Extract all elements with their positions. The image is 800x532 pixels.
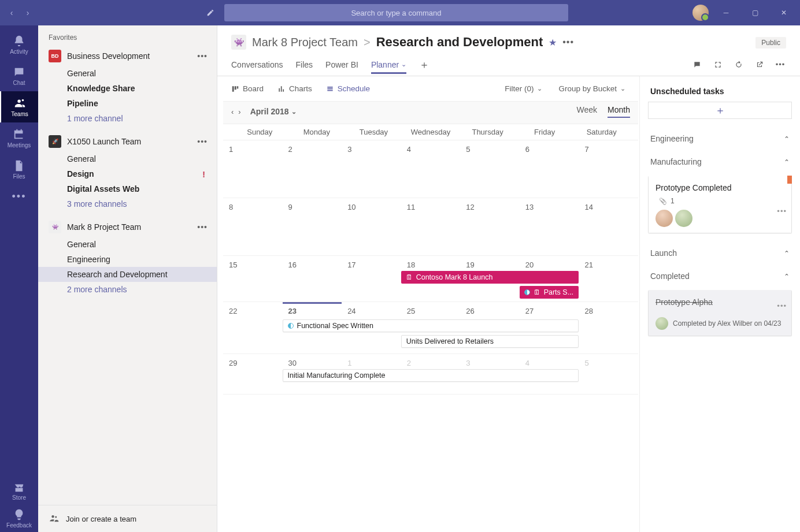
- add-tab-button[interactable]: ＋: [419, 58, 429, 72]
- rail-chat[interactable]: Chat: [0, 60, 38, 91]
- team-row[interactable]: BD Business Development •••: [38, 46, 217, 66]
- event-contoso-launch[interactable]: 🗓 Contoso Mark 8 Launch: [401, 271, 579, 284]
- team-row[interactable]: 👾 Mark 8 Project Team •••: [38, 217, 217, 237]
- groupby-dropdown[interactable]: Group by Bucket⌄: [558, 84, 625, 93]
- breadcrumb-team[interactable]: Mark 8 Project Team: [252, 36, 358, 49]
- day-cell[interactable]: 6: [520, 140, 579, 198]
- add-task-button[interactable]: ＋: [648, 102, 792, 119]
- day-cell[interactable]: 5: [460, 140, 520, 198]
- view-charts[interactable]: Charts: [277, 84, 312, 93]
- forward-button[interactable]: ›: [21, 6, 35, 20]
- rail-activity[interactable]: Activity: [0, 29, 38, 60]
- tab-powerbi[interactable]: Power BI: [325, 55, 358, 74]
- rail-teams[interactable]: Teams: [0, 91, 38, 122]
- day-number: 29: [229, 359, 237, 367]
- assignee-avatar[interactable]: [675, 210, 692, 227]
- tab-more-icon[interactable]: •••: [775, 59, 786, 70]
- next-month-button[interactable]: ›: [238, 107, 240, 116]
- event-initmfg[interactable]: Initial Manufacturing Complete: [283, 369, 579, 382]
- bucket-launch[interactable]: Launch ⌄: [640, 241, 800, 265]
- team-more[interactable]: •••: [194, 51, 211, 61]
- day-cell[interactable]: 22: [223, 302, 283, 354]
- channel-item[interactable]: Knowledge Share: [38, 81, 217, 96]
- day-number: 16: [288, 261, 297, 269]
- event-parts[interactable]: 🗓 Parts S...: [520, 286, 579, 299]
- day-cell[interactable]: 15: [223, 256, 283, 302]
- view-board[interactable]: Board: [231, 84, 264, 93]
- team-more[interactable]: •••: [194, 222, 211, 232]
- team-row[interactable]: 🚀 X1050 Launch Team •••: [38, 132, 217, 151]
- day-cell[interactable]: 11: [401, 198, 461, 255]
- day-cell[interactable]: 21: [579, 256, 638, 302]
- day-cell[interactable]: 4: [401, 140, 461, 198]
- filter-dropdown[interactable]: Filter (0)⌄: [505, 84, 542, 93]
- day-cell[interactable]: 3: [342, 140, 401, 198]
- day-cell[interactable]: 8: [223, 198, 283, 255]
- day-cell[interactable]: 29: [223, 354, 283, 394]
- channel-item[interactable]: General: [38, 66, 217, 81]
- tab-popout-icon[interactable]: [754, 59, 765, 70]
- day-number: 18: [407, 261, 415, 269]
- day-cell[interactable]: 13: [520, 198, 579, 255]
- channel-item[interactable]: General: [38, 151, 217, 166]
- mode-month[interactable]: Month: [608, 105, 630, 118]
- channel-more-icon[interactable]: •••: [562, 37, 574, 47]
- day-cell[interactable]: 28: [579, 302, 638, 354]
- rail-files[interactable]: Files: [0, 154, 38, 185]
- day-cell[interactable]: 7: [579, 140, 638, 198]
- channel-more-link[interactable]: 3 more channels: [38, 196, 217, 211]
- favorite-star-icon[interactable]: ★: [549, 37, 557, 48]
- day-cell[interactable]: 12: [460, 198, 520, 255]
- bucket-engineering[interactable]: Engineering ⌄: [640, 127, 800, 150]
- day-cell[interactable]: 14: [579, 198, 638, 255]
- task-card[interactable]: Prototype Completed 1 •••: [648, 176, 792, 233]
- join-create-team[interactable]: Join or create a team: [38, 505, 217, 532]
- channel-more-link[interactable]: 1 more channel: [38, 111, 217, 126]
- task-card-completed[interactable]: Prototype Alpha ••• Completed by Alex Wi…: [648, 290, 792, 336]
- task-more[interactable]: •••: [777, 207, 787, 215]
- day-cell[interactable]: 2: [283, 140, 342, 198]
- event-units[interactable]: Units Delivered to Retailers: [401, 335, 579, 348]
- channel-item[interactable]: Design!: [38, 166, 217, 181]
- task-more[interactable]: •••: [777, 302, 787, 310]
- tab-files[interactable]: Files: [296, 55, 313, 74]
- event-funcspec[interactable]: Functional Spec Written: [283, 319, 579, 332]
- assignee-avatar[interactable]: [655, 210, 673, 227]
- window-close[interactable]: ✕: [772, 4, 795, 21]
- channel-item[interactable]: Pipeline: [38, 96, 217, 111]
- window-minimize[interactable]: ─: [714, 4, 738, 21]
- team-more[interactable]: •••: [194, 137, 211, 146]
- rail-meetings[interactable]: Meetings: [0, 122, 38, 154]
- channel-item-selected[interactable]: Research and Development: [38, 267, 217, 282]
- tab-expand-icon[interactable]: [712, 59, 724, 70]
- day-cell[interactable]: 17: [342, 256, 401, 302]
- channel-item[interactable]: Digital Assets Web: [38, 181, 217, 196]
- bucket-completed[interactable]: Completed ⌄: [640, 265, 800, 288]
- day-cell[interactable]: 5: [579, 354, 638, 394]
- prev-month-button[interactable]: ‹: [231, 107, 234, 116]
- compose-button[interactable]: [202, 5, 218, 21]
- day-number: 13: [525, 203, 534, 211]
- day-cell[interactable]: 9: [283, 198, 342, 255]
- day-cell[interactable]: 16: [283, 256, 342, 302]
- channel-item[interactable]: Engineering: [38, 252, 217, 267]
- back-button[interactable]: ‹: [5, 6, 18, 20]
- tab-conversations[interactable]: Conversations: [231, 55, 283, 74]
- search-input[interactable]: [224, 4, 568, 21]
- channel-more-link[interactable]: 2 more channels: [38, 282, 217, 297]
- rail-store[interactable]: Store: [0, 477, 38, 504]
- rail-more[interactable]: •••: [0, 185, 38, 208]
- user-avatar[interactable]: [692, 5, 709, 21]
- view-schedule[interactable]: Schedule: [326, 84, 370, 93]
- window-maximize[interactable]: ▢: [743, 4, 766, 21]
- tab-planner[interactable]: Planner⌄: [371, 55, 406, 74]
- tab-refresh-icon[interactable]: [733, 59, 745, 70]
- rail-feedback[interactable]: Feedback: [0, 504, 38, 532]
- current-month[interactable]: April 2018⌄: [250, 107, 297, 116]
- day-cell[interactable]: 1: [223, 140, 283, 198]
- bucket-manufacturing[interactable]: Manufacturing ⌄: [640, 150, 800, 173]
- tab-conversation-icon[interactable]: [691, 59, 703, 70]
- day-cell[interactable]: 10: [342, 198, 401, 255]
- channel-item[interactable]: General: [38, 237, 217, 252]
- mode-week[interactable]: Week: [577, 105, 598, 118]
